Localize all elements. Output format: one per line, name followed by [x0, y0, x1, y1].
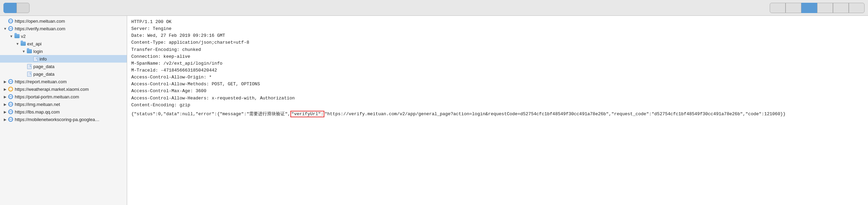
tree-item-label: login	[33, 49, 43, 54]
tree-arrow: ▶	[3, 87, 8, 91]
top-bar	[0, 0, 868, 16]
file-icon	[26, 64, 32, 69]
tree-item-label: page_data	[33, 72, 54, 77]
tree-item-label: https://portal-portm.meituan.com	[15, 94, 79, 99]
file-icon	[32, 56, 38, 62]
globe-icon	[8, 117, 14, 122]
response-header-line: Connection: keep-alive	[131, 53, 864, 60]
tree-item-label: https://verify.meituan.com	[15, 26, 65, 31]
response-panel[interactable]: HTTP/1.1 200 OKServer: TengineDate: Wed,…	[127, 16, 868, 205]
tree-item[interactable]: info	[0, 55, 127, 63]
tree-arrow: ▼	[9, 34, 14, 38]
tree-arrow: ▶	[3, 110, 8, 114]
tree-item[interactable]: ▶https://report.meituan.com	[0, 78, 127, 85]
tree-item-label: ext_api	[27, 41, 42, 46]
tree-item-label: v2	[21, 34, 26, 39]
globe-icon	[8, 79, 14, 84]
tree-item[interactable]: ▶https://weatherapi.market.xiaomi.com	[0, 85, 127, 93]
tab-summary[interactable]	[817, 3, 833, 13]
tree-item[interactable]: https://open.meituan.com	[0, 17, 127, 25]
tree-arrow: ▼	[15, 42, 20, 46]
tab-request[interactable]	[786, 3, 801, 13]
tree-arrow: ▶	[3, 118, 8, 121]
response-header-line: Content-Type: application/json;charset=u…	[131, 39, 864, 46]
tab-response[interactable]	[801, 3, 817, 13]
globe-icon	[8, 109, 14, 115]
tab-overview[interactable]	[770, 3, 786, 13]
tree-item-label: info	[40, 56, 47, 62]
folder-icon	[14, 33, 20, 39]
tree-item[interactable]: ▼ext_api	[0, 40, 127, 47]
tree-item[interactable]: page_data	[0, 70, 127, 78]
right-tab-group	[770, 3, 865, 13]
response-header-line: Content-Encoding: gzip	[131, 102, 864, 109]
response-header-line: Access-Control-Allow-Headers: x-requeste…	[131, 95, 864, 102]
tree-arrow: ▼	[21, 50, 26, 53]
response-body: {"status":0,"data":null,"error":{"messag…	[131, 111, 864, 118]
tree-arrow: ▼	[3, 27, 8, 31]
tree-arrow: ▶	[3, 102, 8, 106]
globe-icon	[8, 101, 14, 107]
tree-item-label: page_data	[33, 64, 54, 69]
tree-item[interactable]: ▼login	[0, 47, 127, 55]
tree-item[interactable]: ▶https://mobilenetworkscoring-pa.googlea…	[0, 116, 127, 123]
response-header-line: HTTP/1.1 200 OK	[131, 19, 864, 25]
tree-arrow: ▶	[3, 95, 8, 99]
main-content: https://open.meituan.com▼https://verify.…	[0, 16, 868, 205]
response-highlight: "verifyUrl":	[290, 111, 325, 117]
response-header-line: Access-Control-Max-Age: 3600	[131, 88, 864, 95]
tree-item[interactable]: ▶https://portal-portm.meituan.com	[0, 93, 127, 100]
tree-item-label: https://weatherapi.market.xiaomi.com	[15, 87, 89, 92]
tree-item-label: https://report.meituan.com	[15, 79, 67, 84]
response-header-line: M-SpanName: /v2/ext_api/login/info	[131, 60, 864, 67]
response-headers: HTTP/1.1 200 OKServer: TengineDate: Wed,…	[131, 19, 864, 109]
left-tab-group	[3, 3, 30, 13]
tab-sequence[interactable]	[16, 3, 30, 13]
tree-item-label: https://mobilenetworkscoring-pa.googlea…	[15, 117, 99, 122]
response-header-line: Access-Control-Allow-Origin: *	[131, 74, 864, 81]
tab-structure[interactable]	[3, 3, 16, 13]
tree-item-label: https://img.meituan.net	[15, 102, 60, 107]
tree-item[interactable]: ▶https://img.meituan.net	[0, 100, 127, 108]
response-header-line: Access-Control-Allow-Methods: POST, GET,…	[131, 81, 864, 88]
globe-icon	[8, 94, 14, 99]
tree-item-label: https://open.meituan.com	[15, 19, 65, 24]
tree-item-label: https://lbs.map.qq.com	[15, 109, 60, 115]
response-header-line: Date: Wed, 27 Feb 2019 09:29:16 GMT	[131, 32, 864, 39]
tree-item[interactable]: ▼v2	[0, 32, 127, 40]
file-icon	[26, 71, 32, 77]
lock-icon	[8, 86, 14, 92]
response-header-line: M-Traceld: -47184566631850420442	[131, 67, 864, 74]
tree-item[interactable]: page_data	[0, 63, 127, 70]
response-header-line: Transfer-Encoding: chunked	[131, 46, 864, 53]
folder-icon	[26, 48, 32, 54]
tree-item[interactable]: ▼https://verify.meituan.com	[0, 25, 127, 32]
folder-icon	[20, 41, 26, 46]
tab-notes[interactable]	[849, 3, 865, 13]
tree-panel[interactable]: https://open.meituan.com▼https://verify.…	[0, 16, 127, 205]
globe-icon	[8, 18, 14, 24]
tab-chart[interactable]	[833, 3, 849, 13]
tree-item[interactable]: ▶https://lbs.map.qq.com	[0, 108, 127, 116]
globe-icon	[8, 26, 14, 31]
response-header-line: Server: Tengine	[131, 25, 864, 32]
tree-arrow: ▶	[3, 80, 8, 84]
